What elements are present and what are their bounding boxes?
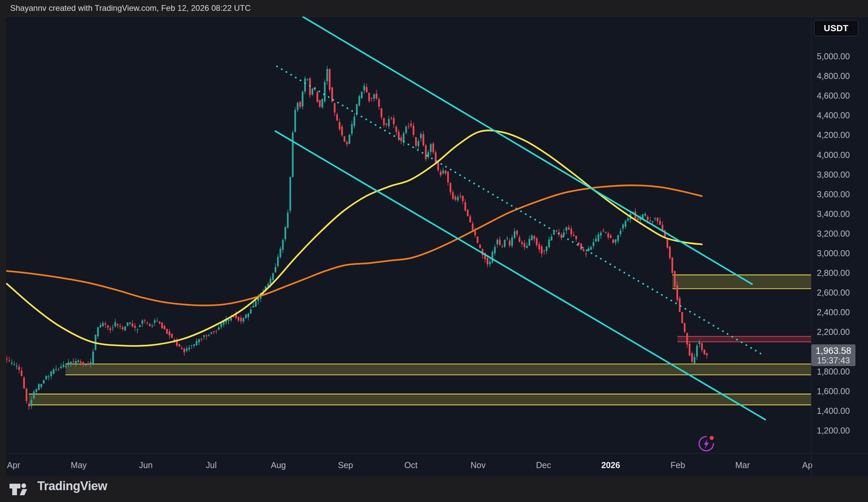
price-tick-label: 2,200.00 [817, 327, 850, 337]
price-tick-label: 3,000.00 [817, 249, 850, 258]
price-tick-label: 1,800.00 [817, 367, 850, 377]
price-tick-label: 1,400.00 [817, 406, 850, 416]
price-tick-label: 4,400.00 [817, 111, 850, 120]
price-tick-label: 1,200.00 [817, 426, 850, 436]
price-axis[interactable]: USDT 5,000.004,800.004,600.004,400.004,2… [811, 17, 868, 453]
last-price-marker: 1,963.58 15:37:43 [812, 344, 856, 366]
up-candle-bodies [11, 69, 700, 406]
time-axis-corner [811, 453, 868, 477]
price-tick-label: 4,800.00 [817, 71, 850, 81]
boost-rocket-icon[interactable] [696, 433, 716, 454]
supply-zone-2700[interactable] [672, 275, 811, 289]
price-tick-label: 4,200.00 [817, 130, 850, 140]
tradingview-logo-icon[interactable] [9, 480, 32, 498]
price-tick-label: 2,800.00 [817, 268, 850, 278]
tradingview-chart-window: Shayannv created with TradingView.com, F… [0, 0, 868, 502]
down-candle-wicks [7, 69, 707, 410]
month-tick-label-feb: Feb [670, 453, 685, 477]
attribution-text: Shayannv created with TradingView.com, F… [10, 0, 250, 16]
month-tick-label-sep: Sep [338, 453, 353, 477]
price-tick-label: 3,600.00 [817, 189, 850, 199]
month-tick-label-aug: Aug [271, 453, 286, 477]
attribution-bar: Shayannv created with TradingView.com, F… [0, 0, 868, 16]
month-tick-label-may: May [71, 453, 86, 477]
price-tick-label: 3,200.00 [817, 229, 850, 239]
bar-countdown: 15:37:43 [817, 356, 850, 365]
price-tick-label: 3,400.00 [817, 209, 850, 219]
support-zone-1820[interactable] [65, 364, 811, 375]
lightning-bolt-icon [704, 439, 709, 449]
price-tick-label: 2,600.00 [817, 288, 850, 297]
price-tick-label: 1,600.00 [817, 386, 850, 396]
channel-mid-dotted[interactable] [277, 66, 764, 355]
chart-pane[interactable]: USDT 5,000.004,800.004,600.004,400.004,2… [6, 16, 868, 453]
month-tick-label-nov: Nov [471, 453, 486, 477]
price-tick-label: 4,600.00 [817, 91, 850, 101]
month-tick-label-2026: 2026 [601, 453, 620, 477]
price-tick-label: 3,800.00 [817, 170, 850, 180]
price-tick-label: 2,400.00 [817, 307, 850, 317]
currency-toggle-button[interactable]: USDT [814, 20, 858, 36]
last-price-value: 1,963.58 [815, 346, 851, 356]
down-candle-bodies [6, 69, 707, 406]
time-axis[interactable]: AprMayJunJulAugSepOctNovDec2026FebMarAp [6, 453, 868, 477]
month-tick-label-jul: Jul [206, 453, 217, 477]
footer-bar: TradingView [0, 476, 868, 502]
resistance-zone-2130[interactable] [678, 337, 811, 342]
month-tick-label-apr: Apr [7, 453, 20, 477]
price-tick-label: 5,000.00 [817, 52, 850, 61]
up-candle-wicks [12, 66, 700, 409]
price-tick-label: 4,000.00 [817, 150, 850, 160]
tradingview-brand-text[interactable]: TradingView [37, 479, 107, 493]
month-tick-label-mar: Mar [735, 453, 750, 477]
month-tick-label-jun: Jun [139, 453, 153, 477]
support-zone-1515[interactable] [29, 394, 811, 405]
candlestick-chart[interactable] [6, 17, 811, 453]
notification-dot [710, 436, 714, 440]
month-tick-label-oct: Oct [404, 453, 418, 477]
channel-upper[interactable] [303, 17, 752, 284]
month-tick-label-dec: Dec [536, 453, 551, 477]
